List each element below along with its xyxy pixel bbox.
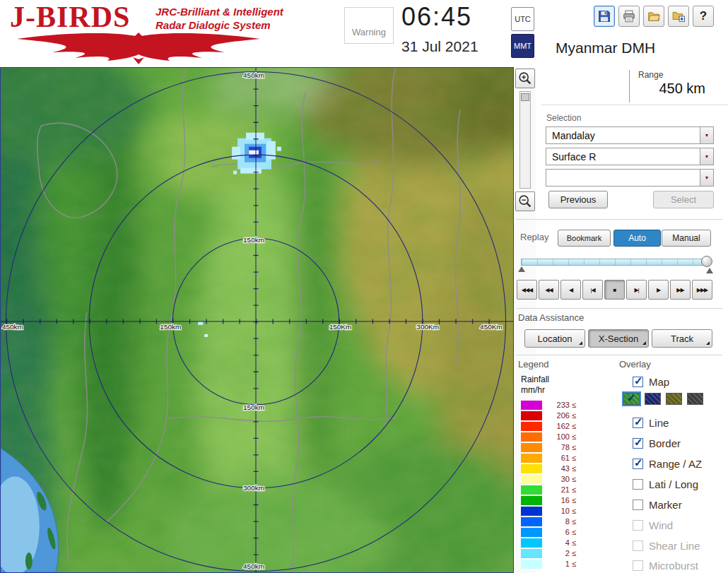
export-icon — [672, 10, 685, 23]
legend-color-swatch — [521, 432, 542, 442]
legend-color-swatch — [521, 401, 542, 410]
logo-subtitle-1: JRC-Brilliant & Intelligent — [155, 6, 283, 18]
help-button[interactable]: ? — [693, 6, 714, 27]
marker-checkbox[interactable] — [633, 500, 643, 510]
divider — [516, 355, 722, 355]
transport-forward-fast-button[interactable]: ▶▶▶ — [692, 280, 712, 300]
zoom-slider[interactable] — [519, 91, 531, 189]
microburst-checkbox — [633, 560, 643, 571]
legend-color-swatch — [521, 422, 542, 431]
legend-value: 162 ≤ — [542, 422, 576, 430]
replay-slider-thumb[interactable] — [701, 256, 712, 267]
overlay-item-label: Range / AZ — [649, 458, 702, 470]
eagle-logo-icon — [7, 31, 276, 65]
zoom-in-button[interactable] — [515, 69, 535, 88]
clock-time: 06:45 — [401, 2, 472, 32]
open-folder-icon — [647, 10, 660, 23]
legend-color-swatch — [521, 496, 542, 505]
legend-value: 8 ≤ — [542, 517, 576, 526]
legend-value: 233 ≤ — [542, 401, 576, 409]
legend-value: 6 ≤ — [542, 528, 576, 536]
chevron-down-icon[interactable]: ▼ — [700, 170, 713, 186]
overlay-item-border[interactable]: Border — [633, 437, 681, 449]
chevron-down-icon[interactable]: ▼ — [700, 148, 713, 165]
bookmark-button[interactable]: Bookmark — [558, 230, 611, 247]
station-dropdown[interactable]: Mandalay ▼ — [546, 126, 714, 144]
overlay-item-shear-line: Shear Line — [633, 539, 700, 552]
line-checkbox[interactable] — [633, 418, 643, 428]
open-folder-button[interactable] — [643, 6, 664, 27]
transport-forward-button[interactable]: ▶▶ — [670, 280, 691, 300]
x-section-button[interactable]: X-Section — [588, 329, 649, 348]
replay-timeline-slider[interactable] — [521, 259, 710, 266]
range-az-checkbox[interactable] — [633, 459, 643, 469]
overlay-item-label: Wind — [649, 519, 673, 531]
legend-value: 78 ≤ — [542, 443, 576, 451]
border-checkbox[interactable] — [633, 438, 643, 449]
product-dropdown[interactable]: Surface R ▼ — [546, 148, 714, 165]
transport-jump-start-button[interactable]: |◀ — [582, 280, 603, 300]
overlay-label: Overlay — [619, 359, 651, 370]
shear-line-checkbox — [633, 540, 643, 551]
map-style-picker — [623, 393, 703, 405]
legend-color-swatch — [521, 507, 542, 516]
zoom-out-button[interactable] — [515, 191, 535, 211]
map-label-150-vbottom: 150km — [243, 403, 264, 411]
location-button[interactable]: Location — [524, 329, 585, 348]
map-style-dark-blue[interactable] — [645, 393, 661, 405]
overlay-item-label: Lati / Long — [649, 478, 698, 490]
legend-row: 6 ≤ — [521, 527, 576, 537]
radar-map[interactable]: 450km 150km 150km 300km 450km 450km 150k… — [0, 67, 514, 573]
range-underline — [541, 105, 728, 105]
overlay-item-line[interactable]: Line — [633, 416, 669, 429]
overlay-item-wind: Wind — [633, 519, 673, 531]
transport-play-button[interactable]: ▶ — [648, 280, 669, 300]
transport-rewind-button[interactable]: ◀◀ — [539, 280, 559, 300]
chevron-down-icon[interactable]: ▼ — [700, 127, 713, 143]
transport-jump-end-button[interactable]: ▶| — [626, 280, 647, 300]
print-icon — [623, 10, 635, 23]
legend-value: 10 ≤ — [542, 507, 576, 515]
selection-label: Selection — [546, 113, 581, 123]
mmt-button[interactable]: MMT — [511, 34, 534, 58]
map-style-terrain-green[interactable] — [623, 393, 640, 405]
save-button[interactable] — [594, 6, 615, 27]
previous-button[interactable]: Previous — [548, 191, 608, 208]
transport-rewind-fast-button[interactable]: ◀◀◀ — [517, 280, 537, 300]
transport-stop-button[interactable]: ■ — [604, 280, 625, 300]
map-label-450-right: 450Km — [480, 323, 503, 331]
legend-row: 2 ≤ — [521, 548, 576, 558]
print-button[interactable] — [618, 6, 640, 27]
overlay-item-map[interactable]: Map — [633, 375, 669, 388]
track-button[interactable]: Track — [652, 329, 712, 348]
utc-button[interactable]: UTC — [511, 7, 534, 31]
zoom-out-icon — [517, 193, 534, 210]
overlay-item-microburst: Microburst — [633, 559, 698, 572]
select-button[interactable]: Select — [653, 191, 714, 208]
overlay-item-range-az[interactable]: Range / AZ — [633, 457, 702, 470]
map-style-dark-olive[interactable] — [666, 393, 682, 405]
option-dropdown[interactable]: ▼ — [546, 169, 714, 187]
legend-color-swatch — [521, 560, 542, 569]
overlay-item-lati-long[interactable]: Lati / Long — [633, 478, 698, 490]
legend-color-swatch — [521, 464, 542, 473]
legend-value: 43 ≤ — [542, 464, 576, 473]
manual-button[interactable]: Manual — [662, 230, 711, 247]
legend-color-swatch — [521, 517, 542, 526]
map-label-300-right: 300Km — [416, 323, 439, 331]
lati-long-checkbox[interactable] — [633, 479, 643, 490]
auto-button[interactable]: Auto — [613, 230, 661, 247]
legend-color-swatch — [521, 549, 542, 558]
export-button[interactable] — [668, 6, 689, 27]
legend-value: 206 ≤ — [542, 411, 576, 420]
map-style-dark-gray[interactable] — [687, 393, 703, 405]
map-checkbox[interactable] — [633, 377, 643, 387]
map-label-450-top: 450km — [243, 71, 264, 79]
transport-step-back-button[interactable]: ◀ — [560, 280, 581, 300]
zoom-slider-thumb[interactable] — [521, 93, 529, 101]
app-logo-title: J-BIRDS — [10, 0, 130, 34]
warning-label: Warning — [352, 27, 386, 37]
app-window: J-BIRDS JRC-Brilliant & Intelligent Rada… — [0, 0, 728, 573]
overlay-item-marker[interactable]: Marker — [633, 498, 682, 511]
overlay-item-label: Marker — [649, 499, 682, 511]
